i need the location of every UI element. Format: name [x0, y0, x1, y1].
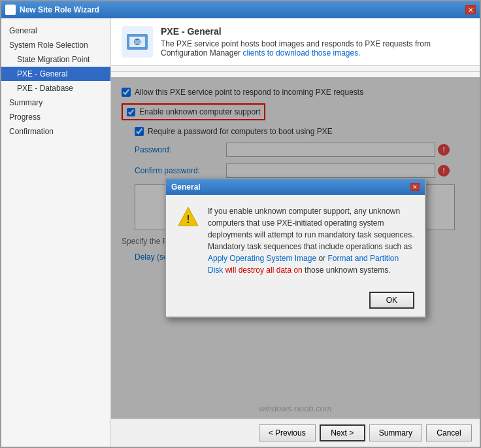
header-link[interactable]: clients to download those images. [242, 48, 360, 58]
dialog-red-text: will destroy all data on [225, 266, 303, 275]
sidebar: General System Role Selection State Migr… [1, 18, 111, 447]
svg-rect-5 [135, 43, 140, 44]
svg-rect-4 [135, 41, 140, 42]
sidebar-item-confirmation[interactable]: Confirmation [1, 124, 110, 139]
header-text-block: PXE - General The PXE service point host… [161, 26, 469, 58]
sidebar-item-general[interactable]: General [1, 24, 110, 38]
window-body: General System Role Selection State Migr… [1, 18, 480, 447]
sidebar-item-progress[interactable]: Progress [1, 110, 110, 124]
dialog-title-bar: General ✕ [166, 179, 425, 195]
main-content: PXE - General The PXE service point host… [111, 18, 480, 447]
dialog-title: General [171, 182, 201, 192]
sidebar-item-system-role-selection[interactable]: System Role Selection [1, 38, 110, 52]
content-area: Allow this PXE service point to respond … [111, 77, 480, 419]
sidebar-item-state-migration-point[interactable]: State Migration Point [1, 52, 110, 67]
general-dialog: General ✕ ! If [165, 178, 426, 318]
dialog-message: If you enable unknown computer support, … [208, 205, 414, 276]
sidebar-item-pxe-database[interactable]: PXE - Database [1, 81, 110, 95]
dialog-ok-button[interactable]: OK [369, 292, 414, 309]
header-area: PXE - General The PXE service point host… [111, 18, 480, 66]
dialog-close-button[interactable]: ✕ [410, 183, 420, 191]
window-title: New Site Role Wizard [20, 5, 99, 14]
header-description: The PXE service point hosts boot images … [161, 39, 469, 58]
title-bar-left: 🖥 New Site Role Wizard [5, 5, 99, 15]
svg-point-3 [134, 39, 141, 45]
next-button[interactable]: Next > [320, 424, 365, 441]
dialog-footer: OK [166, 286, 425, 317]
dialog-overlay: General ✕ ! If [111, 77, 480, 419]
window-close-button[interactable]: ✕ [465, 5, 476, 14]
warning-icon: ! [176, 205, 200, 229]
header-wizard-icon [122, 26, 153, 58]
wizard-title-icon: 🖥 [5, 5, 16, 15]
dialog-blue-text-1: Apply Operating System Image [208, 254, 316, 263]
summary-button[interactable]: Summary [369, 424, 422, 441]
sidebar-item-pxe-general[interactable]: PXE - General [1, 67, 110, 81]
main-window: 🖥 New Site Role Wizard ✕ General System … [0, 0, 481, 448]
svg-text:!: ! [186, 214, 190, 225]
sidebar-item-summary[interactable]: Summary [1, 95, 110, 110]
title-bar: 🖥 New Site Role Wizard ✕ [1, 1, 480, 18]
previous-button[interactable]: < Previous [259, 424, 316, 441]
cancel-button[interactable]: Cancel [426, 424, 472, 441]
dialog-body: ! If you enable unknown computer support… [166, 195, 425, 286]
footer: < Previous Next > Summary Cancel [111, 419, 480, 447]
header-subtitle: PXE - General [161, 26, 469, 37]
